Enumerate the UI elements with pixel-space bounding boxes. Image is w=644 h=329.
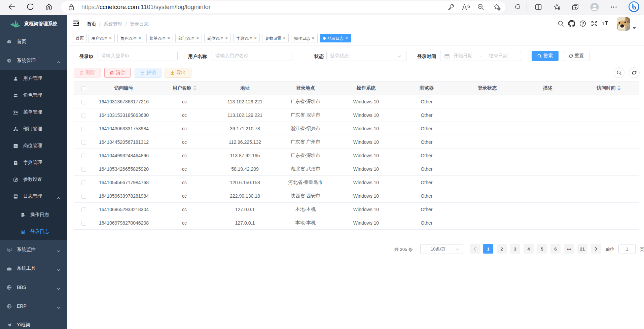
svg-text:T: T xyxy=(602,22,605,26)
svg-text:T: T xyxy=(605,20,608,26)
